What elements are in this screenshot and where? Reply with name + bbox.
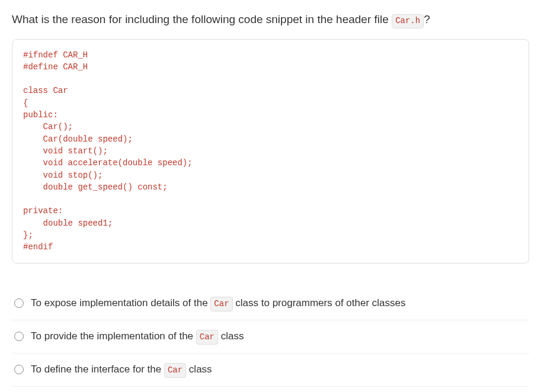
radio-icon[interactable] [14,332,24,341]
option-text-pre: To provide the implementation of the [31,330,196,342]
question-prefix: What is the reason for including the fol… [12,13,392,25]
option-text-post: class [186,364,212,375]
options-list: To expose implementation details of the … [12,287,529,392]
question-suffix: ? [424,13,430,25]
option-label: To expose implementation details of the … [31,295,406,311]
option-label: To define the interface for the Car clas… [31,362,212,378]
option-label: To provide the implementation of the Car… [31,329,244,345]
option-text-post: class [218,330,244,342]
question-text: What is the reason for including the fol… [12,12,529,28]
option-text-pre: To expose implementation details of the [31,297,210,309]
option-3[interactable]: None of the answers are correct. [12,386,529,392]
option-0[interactable]: To expose implementation details of the … [12,287,529,320]
option-1[interactable]: To provide the implementation of the Car… [12,320,529,353]
option-text-post: class to programmers of other classes [233,297,406,309]
option-code: Car [210,297,232,311]
code-block: #ifndef CAR_H #define CAR_H class Car { … [12,39,529,264]
option-text-pre: To define the interface for the [31,364,164,375]
filename-code: Car.h [392,14,424,28]
option-code: Car [164,363,186,378]
option-2[interactable]: To define the interface for the Car clas… [12,353,529,386]
radio-icon[interactable] [14,298,24,308]
radio-icon[interactable] [14,365,24,374]
option-code: Car [196,330,218,345]
